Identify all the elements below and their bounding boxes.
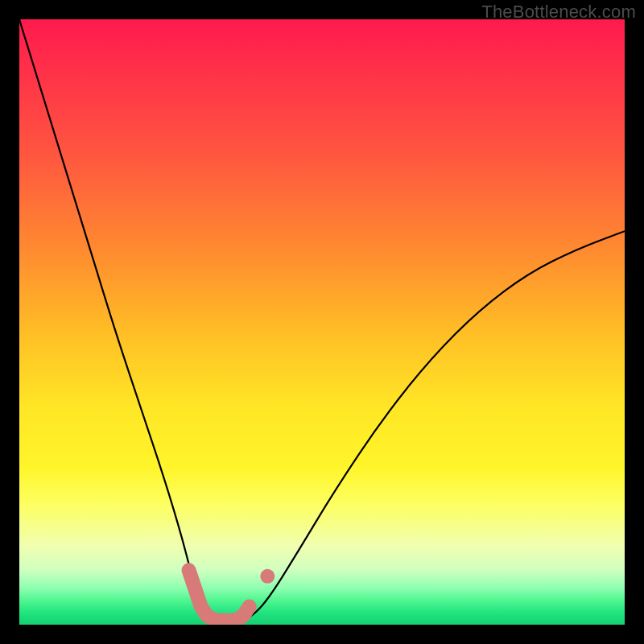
bottleneck-curve (19, 19, 625, 625)
chart-area (19, 19, 625, 625)
bottleneck-highlight-dot (260, 569, 275, 584)
chart-svg (19, 19, 625, 625)
bottleneck-highlight-path (189, 570, 250, 620)
